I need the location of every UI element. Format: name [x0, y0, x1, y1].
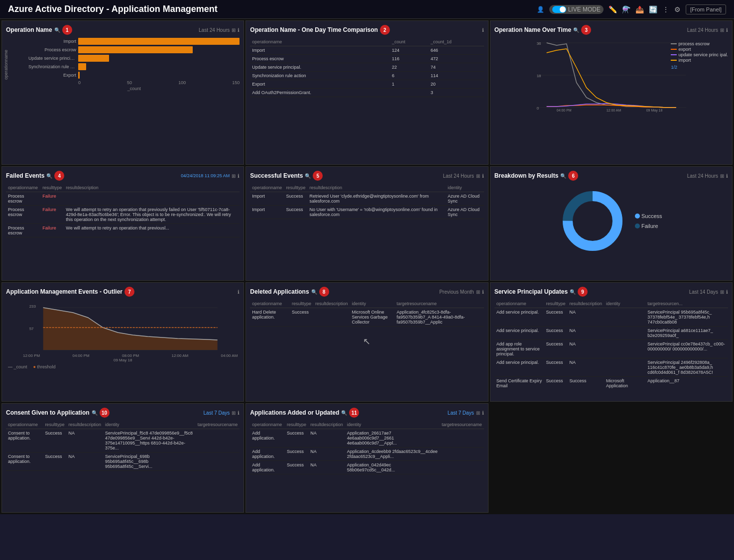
cell-result: Success	[285, 461, 308, 474]
panel1-info-icon[interactable]: ℹ	[238, 27, 240, 33]
panel4-table-wrapper[interactable]: operationname resulttype resultdescripti…	[6, 184, 240, 237]
table-row: Add service principal. Success NA Servic…	[494, 327, 728, 340]
app-header: Azure Active Directory - Application Man…	[0, 0, 734, 19]
from-panel-label[interactable]: [From Panel]	[686, 4, 726, 14]
panel6-title-text: Breakdown by Results	[494, 172, 559, 179]
svg-text:09 May 18: 09 May 18	[646, 109, 662, 112]
legend-failure: Failure	[635, 223, 662, 229]
settings-icon[interactable]: ⚙	[674, 5, 681, 13]
search-icon-p4[interactable]: 🔍	[46, 173, 52, 179]
edit-icon[interactable]: ✏️	[609, 5, 617, 13]
table-row: Add service principal. Success NA Servic…	[494, 358, 728, 377]
panel1-copy-icon[interactable]: ⊞	[232, 27, 236, 33]
panel8-table-wrapper[interactable]: operationname resulttype resultdescripti…	[250, 300, 484, 327]
panel3-info-icon[interactable]: ℹ	[726, 27, 728, 33]
search-icon-p1[interactable]: 🔍	[54, 27, 60, 33]
panel9-table-wrapper[interactable]: operationname resulttype resultdescripti…	[494, 300, 728, 389]
filter-icon[interactable]: ⚗️	[622, 5, 630, 13]
panel1-title: Operation Name 🔍 1	[6, 25, 72, 35]
cell-result: Success	[43, 452, 66, 471]
col-resulttype: resulttype	[290, 300, 313, 308]
panel9-header: Service Principal Updates 🔍 9 Last 14 Da…	[494, 287, 728, 297]
search-icon-p8[interactable]: 🔍	[311, 289, 317, 295]
success-color	[635, 214, 640, 219]
share-icon[interactable]: 📤	[635, 5, 644, 13]
legend-item-2: export	[671, 47, 728, 52]
panel9-info-icon[interactable]: ℹ	[726, 289, 728, 295]
live-mode-toggle[interactable]: LIVE MODE	[549, 5, 604, 14]
panel1-meta-text: Last 24 Hours	[199, 27, 230, 33]
cell-identity: Application_26617ae7 4e6aab006c9d7__2661…	[345, 429, 440, 448]
col-identity: identity	[446, 184, 484, 192]
panel11-copy-icon[interactable]: ⊞	[476, 410, 480, 416]
cell-desc: NA	[567, 327, 604, 340]
panel2-info-icon[interactable]: ℹ	[482, 27, 484, 33]
panel5-info-icon[interactable]: ℹ	[482, 173, 484, 179]
panel8-copy-icon[interactable]: ⊞	[476, 289, 480, 295]
legend-label-3: update service princ ipal.	[678, 52, 728, 57]
cell-count: 116	[390, 55, 429, 63]
search-icon-p10[interactable]: 🔍	[92, 410, 98, 416]
legend-item-4: import	[671, 58, 728, 63]
cell-identity: Application_042d49ec 58b06e97cd5c__042d.…	[345, 461, 440, 474]
panel8-title-text: Deleted Applications	[250, 288, 309, 295]
refresh-icon[interactable]: 🔄	[649, 5, 657, 13]
panel3-copy-icon[interactable]: ⊞	[720, 27, 724, 33]
panel4-copy-icon[interactable]: ⊞	[232, 173, 236, 179]
panel10-tbody: Consent to application. Success NA Servi…	[6, 429, 240, 471]
search-icon-p11[interactable]: 🔍	[341, 410, 347, 416]
cell-count1d: 472	[429, 55, 484, 63]
cell-identity: ServicePrincipal_f5c8 47de099856e9__f5c8…	[103, 429, 196, 452]
toggle-button[interactable]	[552, 6, 566, 13]
panel10-copy-icon[interactable]: ⊞	[232, 410, 236, 416]
pagination-label[interactable]: 1/2	[671, 65, 728, 70]
panel-operation-name: Operation Name 🔍 1 Last 24 Hours ⊞ ℹ ope…	[1, 20, 244, 165]
panel-operation-over-time: Operation Name Over Time 🔍 3 Last 24 Hou…	[490, 20, 733, 165]
search-icon-p5[interactable]: 🔍	[305, 173, 311, 179]
panel9-copy-icon[interactable]: ⊞	[720, 289, 724, 295]
bar-container-5	[78, 72, 240, 79]
bar-row-3: Update service principal.	[28, 55, 240, 62]
bar-label-3: Update service principal.	[28, 56, 78, 61]
cell-desc	[64, 192, 240, 206]
cell-count1d: 74	[429, 63, 484, 72]
cell-count: 124	[390, 46, 429, 55]
table-row: Add OAuth2PermissionGrant.3	[250, 89, 484, 97]
table-row: Process escrow Failure We will attempt t…	[6, 206, 240, 224]
panel8-meta-text: Previous Month	[439, 289, 474, 295]
legend-color-3	[671, 54, 677, 55]
cell-count: 6	[390, 72, 429, 80]
panel2-header: Operation Name - One Day Time Comparison…	[250, 25, 484, 35]
panel10-title-text: Consent Given to Application	[6, 409, 90, 416]
panel8-badge: 8	[319, 287, 329, 297]
panel8-title: Deleted Applications 🔍 8	[250, 287, 329, 297]
search-icon-p6[interactable]: 🔍	[560, 173, 566, 179]
panel5-copy-icon[interactable]: ⊞	[476, 173, 480, 179]
cell-count1d: 646	[429, 46, 484, 55]
panel10-info-icon[interactable]: ℹ	[238, 410, 240, 416]
legend-count-label: _count	[14, 364, 27, 369]
search-icon-p3[interactable]: 🔍	[573, 27, 579, 33]
more-icon[interactable]: ⋮	[662, 5, 669, 13]
panel8-tbody: Hard Delete application. Success Microso…	[250, 308, 484, 327]
panel11-info-icon[interactable]: ℹ	[482, 410, 484, 416]
search-icon-p9[interactable]: 🔍	[570, 289, 576, 295]
panel10-table-wrapper[interactable]: operationname resulttype resultdescripti…	[6, 421, 240, 471]
col-target: targetresourcename	[196, 421, 240, 429]
cell-count: 22	[390, 63, 429, 72]
panel4-info-icon[interactable]: ℹ	[238, 173, 240, 179]
panel5-table-wrapper[interactable]: operationname resulttype resultdescripti…	[250, 184, 484, 219]
donut-chart-svg	[560, 189, 625, 253]
panel6-copy-icon[interactable]: ⊞	[720, 173, 724, 179]
panel11-table-wrapper[interactable]: operationname resulttype resultdescripti…	[250, 421, 484, 474]
bar-container-1	[78, 38, 240, 45]
panel2-table-wrapper[interactable]: operationname _count _count_1d Import124…	[250, 38, 484, 97]
cell-target	[196, 452, 240, 471]
panel8-info-icon[interactable]: ℹ	[482, 289, 484, 295]
cell-op: Consent to application.	[6, 429, 43, 452]
legend-threshold-label: threshold	[37, 364, 55, 369]
panel3-title-text: Operation Name Over Time	[494, 26, 572, 33]
bar-row-2: Process escrow	[28, 46, 240, 53]
panel7-info-icon[interactable]: ℹ	[238, 289, 240, 295]
panel6-info-icon[interactable]: ℹ	[726, 173, 728, 179]
